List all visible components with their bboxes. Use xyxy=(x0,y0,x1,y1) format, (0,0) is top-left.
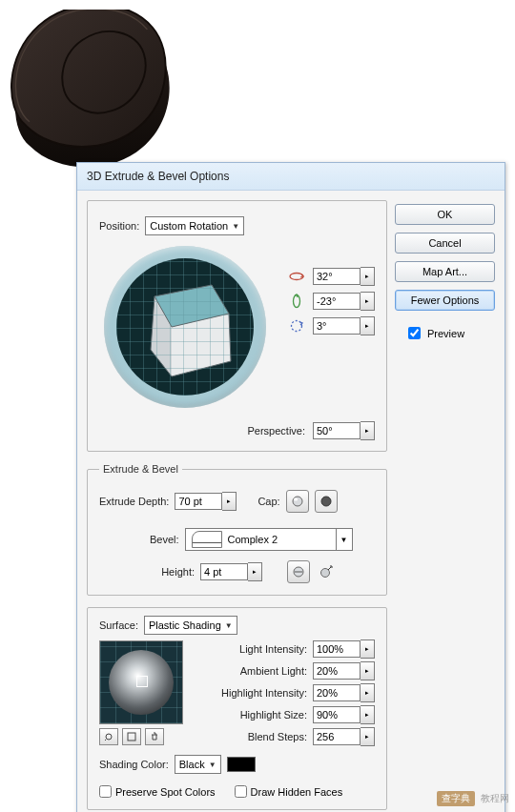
new-light-button[interactable] xyxy=(122,728,141,745)
surface-label: Surface: xyxy=(99,619,138,631)
stepper-arrow-icon[interactable]: ▸ xyxy=(222,492,237,511)
rotate-y-axis-icon xyxy=(288,293,305,310)
highlight-intensity-input[interactable]: ▸ xyxy=(313,684,375,701)
svg-point-6 xyxy=(293,497,302,506)
highlight-size-input[interactable]: ▸ xyxy=(313,706,375,723)
preserve-spot-colors-checkbox[interactable]: Preserve Spot Colors xyxy=(99,785,216,798)
shading-color-label: Shading Color: xyxy=(99,759,169,770)
stepper-arrow-icon[interactable]: ▸ xyxy=(360,661,375,680)
extrude-depth-label: Extrude Depth: xyxy=(99,496,169,507)
group-position: Position: Custom Rotation ▼ xyxy=(87,200,387,452)
svg-point-4 xyxy=(294,295,300,308)
rotation-z-input[interactable]: ▸ xyxy=(313,317,375,335)
ambient-light-input[interactable]: ▸ xyxy=(313,662,375,680)
chevron-down-icon: ▼ xyxy=(225,621,233,630)
delete-light-button[interactable] xyxy=(145,728,164,745)
cap-off-button[interactable] xyxy=(315,490,338,513)
svg-point-7 xyxy=(293,497,297,500)
bevel-value: Complex 2 xyxy=(228,534,336,545)
rotation-x-input[interactable]: ▸ xyxy=(313,268,375,285)
chevron-down-icon: ▼ xyxy=(209,761,216,769)
move-light-back-button[interactable] xyxy=(99,728,118,745)
bevel-label: Bevel: xyxy=(122,534,179,545)
cancel-button[interactable]: Cancel xyxy=(395,233,495,254)
watermark-text: 教程网 xyxy=(481,792,509,805)
surface-mode-value: Plastic Shading xyxy=(149,619,221,631)
highlight-size-label: Highlight Size: xyxy=(200,709,307,721)
light-handle[interactable] xyxy=(136,676,148,687)
svg-point-11 xyxy=(106,734,112,740)
stepper-arrow-icon[interactable]: ▸ xyxy=(360,421,375,440)
surface-mode-select[interactable]: Plastic Shading ▼ xyxy=(144,616,237,635)
dialog-titlebar[interactable]: 3D Extrude & Bevel Options xyxy=(77,163,505,191)
cap-label: Cap: xyxy=(258,496,279,507)
artwork-3d-letter xyxy=(10,10,181,183)
stepper-arrow-icon[interactable]: ▸ xyxy=(248,562,262,581)
perspective-label: Perspective: xyxy=(247,425,305,436)
map-art-button[interactable]: Map Art... xyxy=(395,261,495,282)
watermark: 查字典 教程网 xyxy=(437,791,509,806)
chevron-down-icon: ▼ xyxy=(232,222,239,231)
fewer-options-button[interactable]: Fewer Options xyxy=(395,290,495,311)
ok-button[interactable]: OK xyxy=(395,204,495,225)
shading-color-value: Black xyxy=(179,759,205,770)
ambient-light-label: Ambient Light: xyxy=(200,665,307,677)
stepper-arrow-icon[interactable]: ▸ xyxy=(360,705,375,724)
cap-on-button[interactable] xyxy=(286,490,309,513)
bevel-select[interactable]: Complex 2 ▼ xyxy=(185,528,353,551)
light-intensity-input[interactable]: ▸ xyxy=(313,640,375,658)
group-surface: Surface: Plastic Shading ▼ xyxy=(87,607,387,810)
perspective-input[interactable]: ▸ xyxy=(313,422,375,439)
rotate-z-axis-icon xyxy=(288,317,305,335)
bevel-height-label: Height: xyxy=(137,566,195,578)
stepper-arrow-icon[interactable]: ▸ xyxy=(360,683,375,702)
group-extrude-bevel: Extrude & Bevel Extrude Depth: ▸ Cap: xyxy=(87,463,387,596)
position-label: Position: xyxy=(99,220,139,232)
rotation-y-input[interactable]: ▸ xyxy=(313,293,375,310)
svg-point-8 xyxy=(321,497,331,506)
draw-hidden-faces-checkbox[interactable]: Draw Hidden Faces xyxy=(235,785,343,798)
stepper-arrow-icon[interactable]: ▸ xyxy=(360,639,375,659)
chevron-down-icon: ▼ xyxy=(336,529,352,550)
svg-rect-12 xyxy=(128,733,135,741)
preview-checkbox[interactable]: Preview xyxy=(395,324,495,342)
bevel-extent-in-button[interactable] xyxy=(287,560,310,583)
svg-point-3 xyxy=(290,274,303,280)
rotation-z-field[interactable] xyxy=(313,317,360,335)
preview-label: Preview xyxy=(427,328,464,339)
draw-hidden-faces-label: Draw Hidden Faces xyxy=(251,786,343,798)
bevel-profile-icon xyxy=(192,531,222,548)
stepper-arrow-icon[interactable]: ▸ xyxy=(360,267,375,286)
stepper-arrow-icon[interactable]: ▸ xyxy=(360,292,375,311)
bevel-height-field[interactable] xyxy=(200,563,248,580)
blend-steps-label: Blend Steps: xyxy=(200,731,307,742)
dialog-3d-extrude-bevel: 3D Extrude & Bevel Options Position: Cus… xyxy=(76,162,505,812)
light-direction-sphere[interactable] xyxy=(99,640,183,724)
blend-steps-input[interactable]: ▸ xyxy=(313,728,375,745)
watermark-badge: 查字典 xyxy=(437,791,475,806)
stepper-arrow-icon[interactable]: ▸ xyxy=(360,727,375,746)
highlight-intensity-label: Highlight Intensity: xyxy=(200,687,307,699)
extrude-depth-field[interactable] xyxy=(175,493,222,510)
rotate-x-axis-icon xyxy=(288,268,305,285)
rotation-trackball[interactable] xyxy=(99,241,271,413)
light-intensity-label: Light Intensity: xyxy=(200,643,307,655)
position-mode-select[interactable]: Custom Rotation ▼ xyxy=(145,216,244,235)
stepper-arrow-icon[interactable]: ▸ xyxy=(360,316,375,335)
extrude-bevel-legend: Extrude & Bevel xyxy=(99,463,182,475)
extrude-depth-input[interactable]: ▸ xyxy=(175,493,237,510)
perspective-field[interactable] xyxy=(313,422,360,439)
svg-point-5 xyxy=(292,321,302,332)
dialog-title: 3D Extrude & Bevel Options xyxy=(87,170,229,183)
position-mode-value: Custom Rotation xyxy=(150,220,228,232)
rotation-x-field[interactable] xyxy=(313,268,360,285)
bevel-extent-out-button[interactable] xyxy=(316,561,337,582)
shading-color-swatch[interactable] xyxy=(227,757,256,772)
rotation-y-field[interactable] xyxy=(313,293,360,310)
preserve-spot-colors-label: Preserve Spot Colors xyxy=(115,786,216,798)
bevel-height-input[interactable]: ▸ xyxy=(200,563,262,580)
shading-color-select[interactable]: Black ▼ xyxy=(175,755,221,774)
